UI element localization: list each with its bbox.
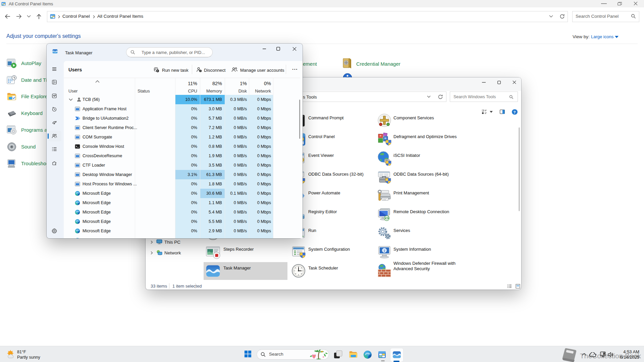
svg-text:i: i <box>384 248 385 253</box>
